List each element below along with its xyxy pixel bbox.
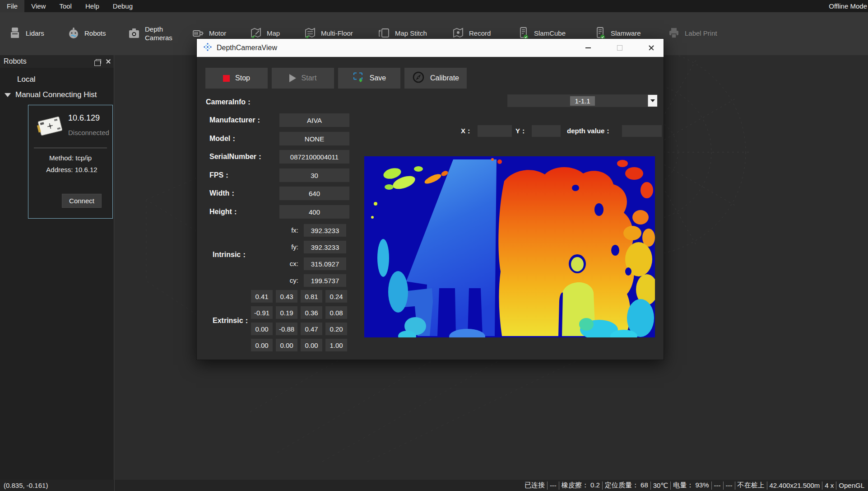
save-snapshot-icon (353, 71, 364, 85)
status-localization-quality: 定位质量： 68 (603, 481, 650, 490)
sidebar-item-manual-connecting-history[interactable]: Manual Connecting Hist (5, 90, 113, 99)
matrix-cell: 0.20 (325, 323, 347, 335)
status-temperature: 30℃ (651, 482, 671, 490)
intrinsic-label: Intrinsic： (213, 250, 248, 260)
extrinsic-matrix: 0.41 0.43 0.81 0.24 -0.91 0.19 0.36 0.08… (251, 290, 347, 351)
probe-x-field (478, 125, 512, 137)
chevron-down-icon (650, 99, 655, 102)
probe-y-field (532, 125, 561, 137)
serial-number-value: 0872100004011 (279, 150, 349, 164)
application-window: File View Tool Help Debug Offline Mode L… (0, 0, 868, 491)
height-value: 400 (279, 205, 349, 219)
toolbar-label: Motor (209, 29, 226, 38)
matrix-cell: 0.00 (276, 339, 297, 351)
status-map-size: 42.400x21.500m (767, 482, 822, 489)
matrix-cell: 1.00 (325, 339, 347, 351)
save-button[interactable]: Save (338, 68, 400, 89)
button-label: Start (302, 74, 317, 82)
printer-icon (667, 26, 681, 42)
matrix-cell: 0.00 (301, 339, 322, 351)
matrix-cell: 0.24 (325, 290, 347, 303)
status-bar: (0.835, -0.161) 已连接 --- 橡皮擦： 0.2 定位质量： 6… (0, 480, 868, 491)
minimize-button[interactable] (578, 39, 598, 57)
toolbar-label: Multi-Floor (321, 29, 353, 38)
menu-bar: File View Tool Help Debug Offline Mode (0, 0, 868, 12)
matrix-cell: 0.81 (301, 290, 322, 303)
toolbar-depth-cameras[interactable]: Depth Cameras (127, 12, 182, 55)
matrix-cell: 0.41 (251, 290, 273, 303)
width-value: 640 (279, 187, 349, 200)
cx-value: 315.0927 (304, 257, 346, 270)
divider (34, 148, 107, 148)
divider (114, 480, 115, 491)
play-icon (289, 74, 296, 82)
calibrate-button[interactable]: Calibrate (404, 68, 467, 89)
menu-tool[interactable]: Tool (52, 0, 79, 12)
cy-label: cy: (271, 276, 298, 284)
robot-ip: 10.6.129 (68, 113, 111, 123)
probe-depth-label: depth value： (567, 125, 611, 137)
status-connection: 已连接 (522, 481, 547, 490)
dropdown-button[interactable] (648, 95, 657, 107)
tree-item-label: Manual Connecting Hist (15, 90, 97, 99)
matrix-cell: 0.00 (251, 339, 273, 351)
offline-mode-label: Offline Mode (829, 0, 867, 12)
matrix-cell: 0.47 (301, 323, 322, 335)
toolbar-lidars[interactable]: Lidars (8, 12, 44, 55)
device-thumbnail (33, 112, 67, 141)
robot-connection-card: 10.6.129 Disconnected Method: tcp/ip Add… (28, 105, 113, 219)
robot-method: Method: tcp/ip (28, 154, 112, 162)
depth-camera-view-dialog: DepthCameraView Stop Start Save Calibrat… (196, 38, 664, 360)
robot-address: Address: 10.6.12 (33, 166, 111, 173)
status-zoom-level: 4 x (822, 482, 836, 489)
close-panel-icon[interactable] (106, 59, 111, 64)
menu-help[interactable]: Help (79, 0, 106, 12)
close-button[interactable] (641, 39, 661, 57)
dialog-titlebar[interactable]: DepthCameraView (197, 39, 664, 57)
matrix-cell: 0.43 (276, 290, 297, 303)
menu-view[interactable]: View (24, 0, 52, 12)
cursor-coordinates: (0.835, -0.161) (4, 482, 48, 489)
start-button: Start (272, 68, 334, 89)
matrix-cell: 0.00 (251, 323, 273, 335)
model-label: Model： (209, 132, 237, 145)
extrinsic-label: Extrinsic： (213, 316, 251, 326)
sidebar-item-local[interactable]: Local (17, 75, 36, 84)
maximize-button[interactable] (610, 39, 630, 57)
menu-file[interactable]: File (0, 0, 24, 12)
camera-select-dropdown[interactable]: 1-1.1 (507, 94, 658, 108)
status-segments: 已连接 --- 橡皮擦： 0.2 定位质量： 68 30℃ 电量： 93% --… (522, 480, 867, 491)
toolbar-label: Map (267, 29, 280, 38)
status-eraser: 橡皮擦： 0.2 (559, 481, 602, 490)
float-panel-icon[interactable] (96, 59, 101, 64)
fx-label: fx: (271, 226, 298, 234)
manufacturer-value: AIVA (279, 113, 349, 127)
cy-value: 199.5737 (304, 274, 346, 287)
depth-colormap-image (364, 156, 655, 337)
matrix-cell: 0.08 (325, 306, 347, 319)
toolbar-label: Record (469, 29, 491, 38)
button-label: Save (370, 74, 386, 82)
toolbar-label: Robots (84, 29, 106, 38)
stop-button[interactable]: Stop (205, 68, 268, 89)
close-icon (648, 45, 654, 51)
robot-status: Disconnected (68, 129, 111, 136)
robot-icon (67, 26, 80, 42)
fx-value: 392.3233 (304, 224, 346, 237)
maximize-icon (617, 45, 622, 51)
chevron-down-icon (5, 93, 11, 97)
status-placeholder: --- (712, 482, 723, 489)
toolbar-label: Depth Cameras (145, 25, 182, 42)
depth-image-view[interactable] (364, 156, 655, 337)
lidar-icon (8, 26, 22, 42)
manufacturer-label: Manufacturer： (209, 113, 262, 127)
toolbar-robots[interactable]: Robots (67, 12, 106, 55)
minimize-icon (585, 47, 591, 48)
toolbar-label: Label Print (685, 29, 717, 38)
matrix-cell: -0.91 (251, 306, 273, 319)
connect-button[interactable]: Connect (62, 194, 102, 208)
button-label: Calibrate (430, 74, 459, 82)
menu-debug[interactable]: Debug (106, 0, 139, 12)
status-placeholder: --- (548, 482, 559, 489)
camera-info-label: CameraInfo： (206, 98, 253, 107)
